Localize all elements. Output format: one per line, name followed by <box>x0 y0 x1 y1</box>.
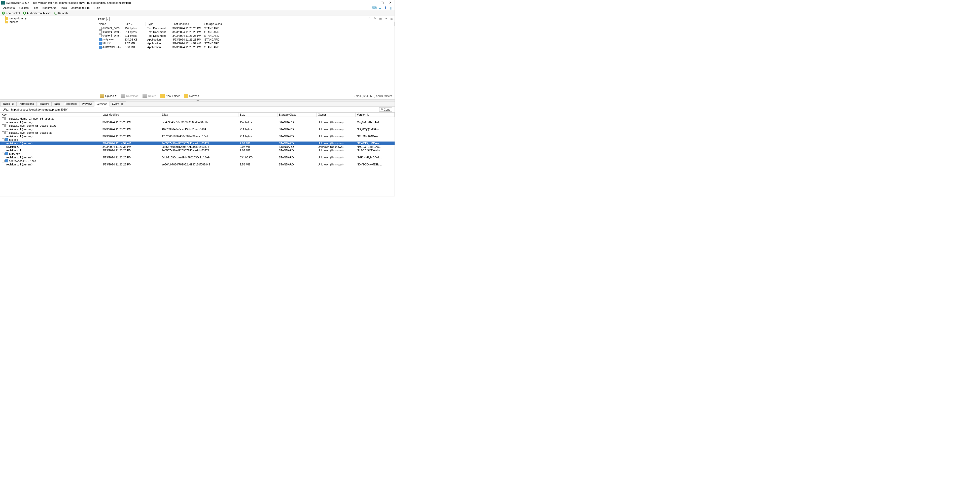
close-button[interactable]: ✕ <box>388 1 392 5</box>
tab-preview[interactable]: Preview <box>80 102 94 106</box>
bar-icon[interactable]: ▮ <box>388 6 394 10</box>
app-icon <box>1 1 5 5</box>
menu-help[interactable]: Help <box>92 6 102 9</box>
col-size[interactable]: Size ▲ <box>123 22 146 26</box>
info-icon[interactable]: ℹ <box>382 6 388 10</box>
menu-bookmarks[interactable]: Bookmarks <box>41 6 59 9</box>
maximize-button[interactable]: ▢ <box>380 1 384 5</box>
version-revision-row[interactable]: revision #: 1 (current)3/23/2024 11:23:2… <box>0 127 395 131</box>
version-revision-row[interactable]: revision #: 1 (current)3/23/2024 11:23:2… <box>0 156 395 159</box>
version-revision-row[interactable]: revision #: 1 (current)3/23/2024 11:23:2… <box>0 134 395 138</box>
add-external-bucket-button[interactable]: Add external bucket <box>21 11 52 14</box>
file-row[interactable]: cluster1_dem...157 bytesText Document3/2… <box>97 26 395 30</box>
path-value[interactable]: / <box>106 17 110 21</box>
folder-icon <box>160 94 165 98</box>
sort-asc-icon: ▲ <box>131 23 133 25</box>
vcol-modified[interactable]: Last Modified <box>101 113 160 117</box>
menu-upgrade[interactable]: Upgrade to Pro! <box>69 6 92 9</box>
collapse-icon[interactable]: - <box>2 131 5 134</box>
version-key-row[interactable]: -cluster1_svm_demo_s3_details.txt <box>0 131 395 134</box>
folder-icon <box>5 17 8 20</box>
col-storageclass[interactable]: Storage Class <box>203 22 232 26</box>
refresh-icon <box>184 94 188 98</box>
version-key-row[interactable]: -cluster1_svm_demo_s3_details (1).txt <box>0 124 395 127</box>
tab-tasks[interactable]: Tasks (1) <box>0 102 17 106</box>
version-revision-row[interactable]: revision #: 1 (current)3/23/2024 11:23:2… <box>0 163 395 166</box>
delete-button[interactable]: Delete <box>141 93 158 99</box>
dropdown-arrow-icon: ▾ <box>115 94 116 97</box>
collapse-icon[interactable]: - <box>2 138 5 141</box>
bucket-item-bucket[interactable]: bucket <box>0 20 97 24</box>
columns-icon[interactable]: ▥ <box>390 17 394 21</box>
col-type[interactable]: Type <box>146 22 171 26</box>
plus-icon <box>23 11 26 14</box>
version-revision-row[interactable]: revision #: 1 (current)3/23/2024 11:23:2… <box>0 120 395 124</box>
file-row[interactable]: hfs.exe2.07 MBApplication3/24/2024 12:14… <box>97 41 395 45</box>
file-row[interactable]: s3browser-11...9.58 MBApplication3/23/20… <box>97 45 395 49</box>
upload-button[interactable]: Upload ▾ <box>98 93 118 99</box>
delete-icon <box>143 94 147 98</box>
collapse-icon[interactable]: - <box>2 153 5 155</box>
titlebar: S3 Browser 11.6.7 - Free Version (for no… <box>0 0 395 5</box>
tab-versions[interactable]: Versions <box>94 102 110 107</box>
menu-files[interactable]: Files <box>30 6 40 9</box>
version-key-row[interactable]: -cluster1_demo_s3_user_s3_user.txt <box>0 117 395 121</box>
star-icon[interactable]: ☆ <box>368 17 371 21</box>
copy-button[interactable]: ⧉Copy <box>379 107 392 111</box>
cloud-icon[interactable]: ☁ <box>377 6 382 10</box>
col-name[interactable]: Name <box>97 22 123 26</box>
file-row[interactable]: putty.exe834.05 KBApplication3/23/2024 1… <box>97 38 395 41</box>
keyboard-icon[interactable]: ⌨ <box>371 6 377 10</box>
new-folder-button[interactable]: New Folder <box>159 93 181 99</box>
collapse-icon[interactable]: - <box>2 117 5 120</box>
tab-permissions[interactable]: Permissions <box>16 102 37 106</box>
version-revision-row[interactable]: revision 2↖3/23/2024 11:23:36 PM9e8557e9… <box>0 145 395 148</box>
tab-headers[interactable]: Headers <box>36 102 52 106</box>
bucket-item-ontap-dummy[interactable]: ontap-dummy <box>0 17 97 20</box>
application-icon <box>99 38 102 41</box>
version-key-row[interactable]: -putty.exe <box>0 152 395 156</box>
menubar: Accounts Buckets Files Bookmarks Tools U… <box>0 5 395 10</box>
bucket-tree[interactable]: ontap-dummy bucket <box>0 16 97 99</box>
col-modified[interactable]: Last Modified <box>171 22 203 26</box>
vcol-versionid[interactable]: Version Id <box>355 113 395 117</box>
menu-tools[interactable]: Tools <box>59 6 69 9</box>
version-key-row[interactable]: -s3browser-11-6-7.exe <box>0 159 395 163</box>
refresh-button[interactable]: Refresh <box>53 11 70 14</box>
action-bar: Upload ▾ Download Delete New Folder Refr… <box>97 92 395 99</box>
filter-icon[interactable]: ⧩ <box>384 17 388 21</box>
download-button[interactable]: Download <box>119 93 140 99</box>
application-icon <box>5 159 8 162</box>
vcol-size[interactable]: Size <box>238 113 277 117</box>
version-key-row[interactable]: -hfs.exe <box>0 138 395 142</box>
file-row[interactable]: cluster1_svm...211 bytesText Document3/2… <box>97 30 395 34</box>
plus-icon <box>2 11 5 14</box>
collapse-icon[interactable]: - <box>2 124 5 127</box>
vcol-etag[interactable]: ETag <box>160 113 238 117</box>
menu-buckets[interactable]: Buckets <box>17 6 30 9</box>
minimize-button[interactable]: ― <box>372 1 376 5</box>
url-value[interactable]: http://bucket.s3portal.demo.netapp.com:8… <box>11 108 379 111</box>
file-row[interactable]: cluster1_svm...211 bytesText Document3/2… <box>97 34 395 38</box>
vcol-storageclass[interactable]: Storage Class <box>277 113 316 117</box>
tab-eventlog[interactable]: Event log <box>110 102 126 106</box>
application-icon <box>99 42 102 45</box>
version-revision-row[interactable]: revision #: 3 (current)3/24/2024 12:14:5… <box>0 142 395 145</box>
vcol-key[interactable]: Key <box>0 113 101 117</box>
edit-icon[interactable]: ✎ <box>373 17 377 21</box>
refresh-files-button[interactable]: Refresh <box>182 93 201 99</box>
path-row: Path: / ☆ ✎ ▦ ⧩ ▥ <box>97 16 395 22</box>
grid-icon[interactable]: ▦ <box>379 17 382 21</box>
tab-properties[interactable]: Properties <box>62 102 80 106</box>
splitter[interactable]: • • • <box>0 99 395 102</box>
versions-list[interactable]: Key Last Modified ETag Size Storage Clas… <box>0 113 395 196</box>
file-list[interactable]: Name Size ▲ Type Last Modified Storage C… <box>97 22 395 92</box>
new-bucket-button[interactable]: New bucket <box>0 11 21 14</box>
menu-accounts[interactable]: Accounts <box>1 6 17 9</box>
tab-tags[interactable]: Tags <box>51 102 62 106</box>
vcol-owner[interactable]: Owner <box>316 113 355 117</box>
version-revision-row[interactable]: revision #: 13/23/2024 11:23:25 PM9e8557… <box>0 148 395 152</box>
collapse-icon[interactable]: - <box>2 160 5 162</box>
document-icon <box>99 30 102 33</box>
application-icon <box>99 46 102 49</box>
